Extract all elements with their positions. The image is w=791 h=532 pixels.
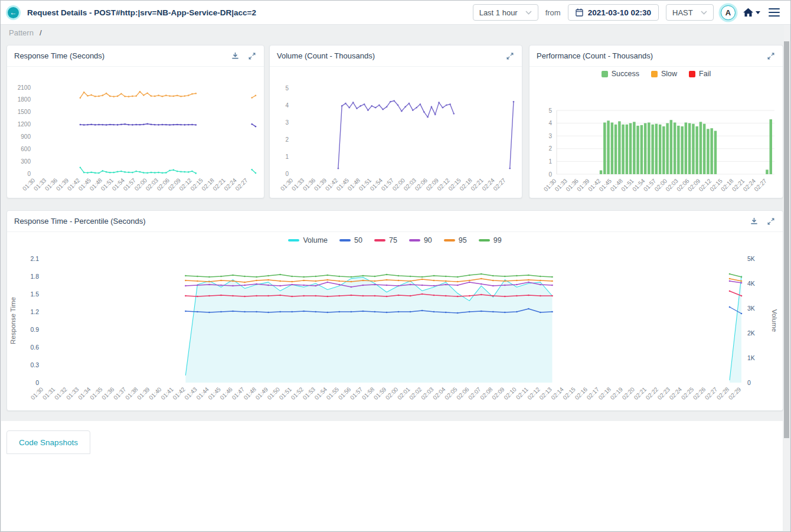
svg-text:4: 4	[548, 120, 552, 126]
legend-item-99[interactable]: 99	[479, 236, 502, 244]
legend-label: Success	[612, 70, 639, 78]
legend-label: Fail	[699, 70, 711, 78]
download-icon[interactable]	[749, 217, 759, 226]
svg-text:02:20: 02:20	[621, 386, 636, 401]
legend-item-50[interactable]: 50	[339, 236, 362, 244]
volume-chart[interactable]: 01234501:3001:3301:3601:3901:4201:4501:4…	[270, 67, 522, 198]
legend-item-success[interactable]: Success	[602, 70, 639, 78]
expand-icon[interactable]	[766, 217, 776, 226]
performance-chart[interactable]: 01234501:3001:3301:3601:3901:4201:4501:4…	[529, 67, 783, 198]
from-label: from	[545, 8, 561, 17]
svg-text:02:17: 02:17	[586, 386, 601, 401]
svg-text:2K: 2K	[747, 329, 755, 337]
card-header: Performance (Count - Thousands)	[529, 45, 783, 67]
legend-item-90[interactable]: 90	[409, 236, 432, 244]
back-button[interactable]: ←	[8, 7, 19, 18]
expand-icon[interactable]	[766, 51, 776, 61]
svg-text:1800: 1800	[18, 96, 31, 103]
svg-text:02:07: 02:07	[467, 386, 482, 401]
svg-text:4: 4	[285, 102, 289, 109]
legend-item-95[interactable]: 95	[444, 236, 467, 244]
chart-area[interactable]: 0300600900120015001800210001:3001:3301:3…	[7, 67, 264, 198]
hamburger-menu-icon[interactable]	[767, 7, 781, 18]
svg-text:0: 0	[285, 171, 289, 177]
caret-down-icon	[756, 11, 760, 14]
chart-area[interactable]: SuccessSlowFail 01234501:3001:3301:3601:…	[529, 67, 783, 198]
calendar-icon	[576, 8, 583, 17]
svg-text:01:32: 01:32	[53, 386, 68, 401]
svg-text:02:29: 02:29	[727, 386, 743, 401]
chart-area[interactable]: 00.30.60.91.21.51.82.101K2K3K4K5K01:3001…	[7, 248, 783, 412]
svg-text:01:50: 01:50	[266, 386, 282, 401]
svg-text:02:12: 02:12	[526, 386, 541, 401]
svg-text:02:18: 02:18	[597, 386, 613, 401]
svg-text:01:37: 01:37	[112, 386, 128, 401]
response-time-chart[interactable]: 0300600900120015001800210001:3001:3301:3…	[7, 67, 264, 198]
svg-text:02:06: 02:06	[455, 386, 470, 401]
svg-text:02:23: 02:23	[656, 386, 672, 401]
svg-text:01:36: 01:36	[100, 386, 116, 401]
svg-text:02:10: 02:10	[502, 386, 518, 401]
svg-text:01:34: 01:34	[77, 386, 92, 401]
legend-item-volume[interactable]: Volume	[288, 236, 328, 244]
svg-text:0: 0	[548, 171, 552, 178]
header-controls: Last 1 hour from 2021-03-10 02:30 HAST	[473, 4, 781, 21]
legend-label: 90	[424, 236, 432, 244]
card-title: Performance (Count - Thousands)	[537, 51, 653, 60]
svg-text:01:45: 01:45	[207, 386, 222, 401]
time-range-select[interactable]: Last 1 hour	[473, 4, 538, 21]
scrollbar-thumb[interactable]	[784, 41, 789, 438]
legend-swatch	[479, 239, 490, 241]
legend-item-fail[interactable]: Fail	[689, 70, 711, 78]
timezone-select[interactable]: HAST	[666, 4, 714, 21]
chart-area[interactable]: 01234501:3001:3301:3601:3901:4201:4501:4…	[270, 67, 522, 198]
legend-swatch	[444, 239, 455, 241]
legend-swatch	[689, 71, 695, 77]
svg-text:01:53: 01:53	[302, 386, 317, 401]
svg-text:02:09: 02:09	[491, 386, 506, 401]
svg-text:02:27: 02:27	[492, 177, 507, 192]
legend-swatch	[651, 71, 658, 77]
svg-text:02:01: 02:01	[396, 386, 411, 401]
expand-icon[interactable]	[505, 51, 515, 61]
card-header: Volume (Count - Thousands)	[270, 45, 522, 67]
tab-code-snapshots[interactable]: Code Snapshots	[6, 430, 90, 454]
app-window: ← Request Details - POST#http:|srv=NB-Ap…	[0, 0, 791, 532]
svg-text:02:08: 02:08	[479, 386, 494, 401]
bottom-panel: Code Snapshots	[1, 421, 783, 531]
avatar[interactable]: A	[721, 5, 736, 20]
card-header: Response Time - Percentile (Seconds)	[7, 211, 783, 232]
vertical-scrollbar[interactable]	[784, 25, 789, 531]
breadcrumb-pattern-link[interactable]: Pattern	[9, 28, 34, 37]
svg-text:01:52: 01:52	[290, 386, 305, 401]
svg-text:01:58: 01:58	[361, 386, 376, 401]
svg-text:02:26: 02:26	[692, 386, 707, 401]
svg-text:Response Time: Response Time	[9, 297, 17, 344]
svg-text:01:55: 01:55	[325, 386, 341, 401]
svg-text:01:31: 01:31	[41, 386, 57, 401]
svg-text:01:47: 01:47	[231, 386, 246, 401]
legend-item-slow[interactable]: Slow	[651, 70, 677, 78]
expand-icon[interactable]	[247, 51, 257, 61]
home-icon	[743, 8, 754, 17]
svg-text:01:49: 01:49	[254, 386, 270, 401]
legend-item-75[interactable]: 75	[374, 236, 397, 244]
home-button[interactable]	[743, 8, 760, 17]
datetime-picker[interactable]: 2021-03-10 02:30	[568, 4, 659, 21]
back-arrow-icon: ←	[10, 9, 17, 16]
svg-text:01:48: 01:48	[243, 386, 258, 401]
svg-text:600: 600	[21, 146, 31, 152]
legend-label: 95	[459, 236, 467, 244]
svg-text:01:46: 01:46	[218, 386, 234, 401]
svg-text:02:19: 02:19	[609, 386, 625, 401]
percentile-chart[interactable]: 00.30.60.91.21.51.82.101K2K3K4K5K01:3001…	[7, 248, 783, 412]
svg-text:Volume: Volume	[771, 309, 778, 332]
download-icon[interactable]	[230, 51, 240, 61]
legend-swatch	[409, 239, 420, 241]
breadcrumb-separator: /	[40, 28, 42, 37]
svg-text:1K: 1K	[747, 354, 755, 361]
svg-text:01:43: 01:43	[183, 386, 198, 401]
svg-text:02:11: 02:11	[515, 386, 529, 400]
svg-text:1: 1	[285, 154, 289, 160]
svg-text:300: 300	[21, 158, 31, 165]
